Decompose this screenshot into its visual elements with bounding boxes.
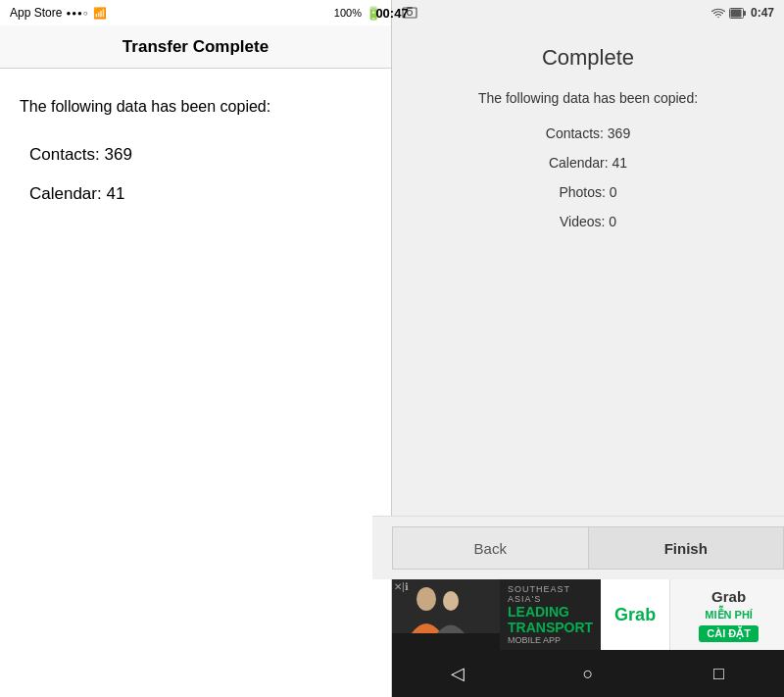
ad-right-side[interactable]: Grab MIỄN PHÍ CÀI ĐẶT [669,579,784,650]
ad-grab-title: Grab [711,588,746,605]
android-panel: 0:47 Complete The following data has bee… [392,0,784,697]
grab-logo: Grab [614,605,656,625]
svg-rect-4 [743,11,746,16]
ad-image: ✕|ℹ [392,579,500,650]
android-status-right: 0:47 [711,6,774,20]
ad-brand-name: LEADING TRANSPORT [508,604,593,635]
ios-battery-pct: 100% [334,7,362,19]
ios-status-right: 100% 🔋 [334,6,381,21]
android-status-bar: 0:47 [392,0,784,25]
svg-rect-5 [730,9,741,17]
android-nav-bar: ◁ ○ □ [392,650,784,697]
android-battery-icon [729,8,747,19]
svg-point-7 [416,587,436,611]
ios-status-left: App Store ●●●○ 📶 [10,6,334,20]
android-contacts: Contacts: 369 [412,125,764,141]
android-back-nav[interactable]: ◁ [438,654,477,693]
ios-nav-title: Transfer Complete [122,37,269,57]
android-wifi-icon [711,8,725,19]
ios-calendar: Calendar: 41 [20,184,371,204]
ad-install-button[interactable]: CÀI ĐẶT [699,625,759,642]
back-button[interactable]: Back [392,526,588,570]
android-calendar: Calendar: 41 [412,155,764,171]
ios-subtitle: The following data has been copied: [20,98,371,116]
android-videos: Videos: 0 [412,214,764,229]
ad-free-label: MIỄN PHÍ [705,609,753,622]
ios-nav-bar: Transfer Complete [0,25,391,69]
ios-time: 00:47 [375,6,408,21]
finish-button[interactable]: Finish [588,526,785,570]
ad-logo-area: Grab [601,579,669,650]
android-time: 0:47 [751,6,774,20]
ios-signal-dots: ●●●○ [66,9,88,18]
ios-contacts: Contacts: 369 [20,145,371,165]
ios-carrier: App Store [10,6,62,20]
svg-point-8 [443,591,459,611]
ios-wifi-icon: 📶 [93,7,107,20]
android-content: Complete The following data has been cop… [392,25,784,516]
ad-tagline: SOUTHEAST ASIA'S [508,584,593,604]
android-buttons-bar: Back Finish [372,516,784,579]
android-home-nav[interactable]: ○ [568,654,608,693]
ios-content: The following data has been copied: Cont… [0,69,391,697]
android-recent-nav[interactable]: □ [699,654,738,693]
ad-banner[interactable]: ✕|ℹ SOUTHEAST ASIA'S LEADING TRANSPORT M… [392,579,784,650]
ad-close-icon[interactable]: ✕|ℹ [394,581,409,592]
ad-text-area: SOUTHEAST ASIA'S LEADING TRANSPORT MOBIL… [500,579,601,650]
android-subtitle: The following data has been copied: [412,90,764,106]
ad-sub: MOBILE APP [508,635,593,645]
android-title: Complete [412,45,764,71]
android-photos: Photos: 0 [412,184,764,200]
ios-panel: App Store ●●●○ 📶 00:47 100% 🔋 Transfer C… [0,0,392,697]
ios-status-bar: App Store ●●●○ 📶 00:47 100% 🔋 [0,0,391,25]
